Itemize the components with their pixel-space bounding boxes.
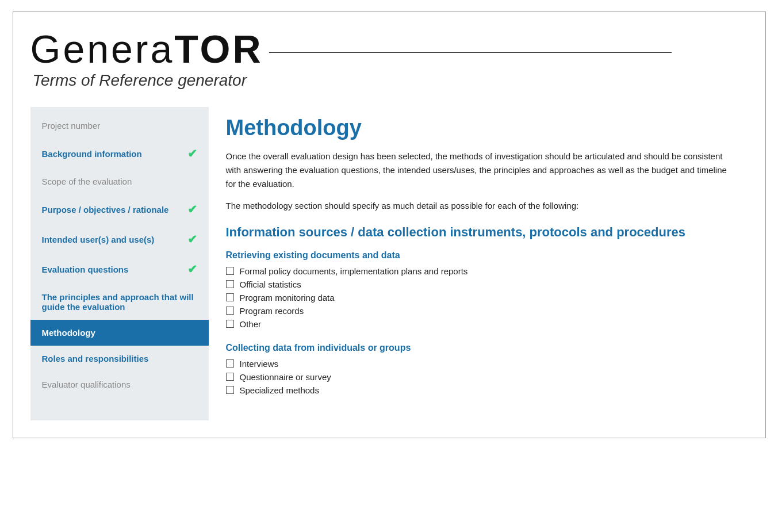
logo-prefix: Genera <box>30 27 175 71</box>
sidebar-item-label: Roles and responsibilities <box>42 354 149 363</box>
checkbox-program-monitoring[interactable] <box>226 293 234 301</box>
sidebar-item-evaluation-questions[interactable]: Evaluation questions ✔ <box>30 254 209 284</box>
checklist-item: Formal policy documents, implementation … <box>226 266 731 276</box>
content-sub-intro: The methodology section should specify a… <box>226 199 731 213</box>
logo-suffix: TOR <box>174 27 263 71</box>
checklist-label: Specialized methods <box>240 385 319 395</box>
checkbox-official-stats[interactable] <box>226 280 234 288</box>
sidebar-item-scope[interactable]: Scope of the evaluation <box>30 169 209 194</box>
section1-heading: Information sources / data collection in… <box>226 224 731 241</box>
checkbox-questionnaire[interactable] <box>226 373 234 381</box>
checklist-group-2: Collecting data from individuals or grou… <box>226 343 731 395</box>
checkmark-icon: ✔ <box>187 232 197 246</box>
sidebar-item-methodology[interactable]: Methodology <box>30 320 209 346</box>
checkbox-specialized[interactable] <box>226 386 234 394</box>
checkbox-formal-policy[interactable] <box>226 267 234 275</box>
content-area: Methodology Once the overall evaluation … <box>209 107 748 420</box>
checklist-item: Program monitoring data <box>226 293 731 303</box>
sidebar-item-background-information[interactable]: Background information ✔ <box>30 139 209 169</box>
sidebar-item-evaluator-qualifications[interactable]: Evaluator qualifications <box>30 372 209 397</box>
subsection1-heading: Retrieving existing documents and data <box>226 250 731 261</box>
sidebar-item-roles[interactable]: Roles and responsibilities <box>30 346 209 372</box>
sidebar-item-principles[interactable]: The principles and approach that will gu… <box>30 284 209 320</box>
checklist-label: Official statistics <box>240 280 301 289</box>
content-title: Methodology <box>226 116 731 140</box>
subsection2-heading: Collecting data from individuals or grou… <box>226 343 731 353</box>
checklist-label: Program monitoring data <box>240 293 335 303</box>
sidebar-item-purpose[interactable]: Purpose / objectives / rationale ✔ <box>30 194 209 224</box>
sidebar-item-label: The principles and approach that will gu… <box>42 292 197 312</box>
checklist-label: Formal policy documents, implementation … <box>240 266 468 276</box>
sidebar-item-project-number[interactable]: Project number <box>30 113 209 139</box>
checklist-label: Other <box>240 319 262 329</box>
header-section: GeneraTOR Terms of Reference generator <box>30 29 748 90</box>
content-intro: Once the overall evaluation design has b… <box>226 150 731 191</box>
checkbox-interviews[interactable] <box>226 359 234 368</box>
sidebar-item-label: Methodology <box>42 328 95 338</box>
checklist-label: Interviews <box>240 359 279 369</box>
sidebar-item-label: Intended user(s) and use(s) <box>42 235 155 244</box>
sidebar-item-label: Scope of the evaluation <box>42 177 132 186</box>
main-container: GeneraTOR Terms of Reference generator P… <box>13 12 766 438</box>
checklist-item: Questionnaire or survey <box>226 372 731 382</box>
checklist-item: Other <box>226 319 731 329</box>
main-content: Project number Background information ✔ … <box>30 107 748 420</box>
checklist-item: Official statistics <box>226 280 731 289</box>
checklist-group-1: Retrieving existing documents and data F… <box>226 250 731 329</box>
checklist-label: Questionnaire or survey <box>240 372 331 382</box>
logo-line <box>269 52 672 53</box>
sidebar: Project number Background information ✔ … <box>30 107 209 420</box>
subtitle: Terms of Reference generator <box>33 71 748 90</box>
checkbox-program-records[interactable] <box>226 307 234 315</box>
sidebar-item-label: Purpose / objectives / rationale <box>42 205 169 215</box>
checkmark-icon: ✔ <box>187 147 197 160</box>
checklist-item: Specialized methods <box>226 385 731 395</box>
sidebar-item-intended-users[interactable]: Intended user(s) and use(s) ✔ <box>30 224 209 254</box>
checkmark-icon: ✔ <box>187 202 197 216</box>
sidebar-item-label: Evaluator qualifications <box>42 380 131 389</box>
checklist-item: Program records <box>226 306 731 316</box>
sidebar-item-label: Project number <box>42 121 101 131</box>
checkmark-icon: ✔ <box>187 262 197 276</box>
logo-title: GeneraTOR <box>30 29 748 68</box>
sidebar-item-label: Background information <box>42 149 142 159</box>
checkbox-other[interactable] <box>226 320 234 328</box>
checklist-label: Program records <box>240 306 304 316</box>
checklist-item: Interviews <box>226 359 731 369</box>
sidebar-item-label: Evaluation questions <box>42 265 129 274</box>
